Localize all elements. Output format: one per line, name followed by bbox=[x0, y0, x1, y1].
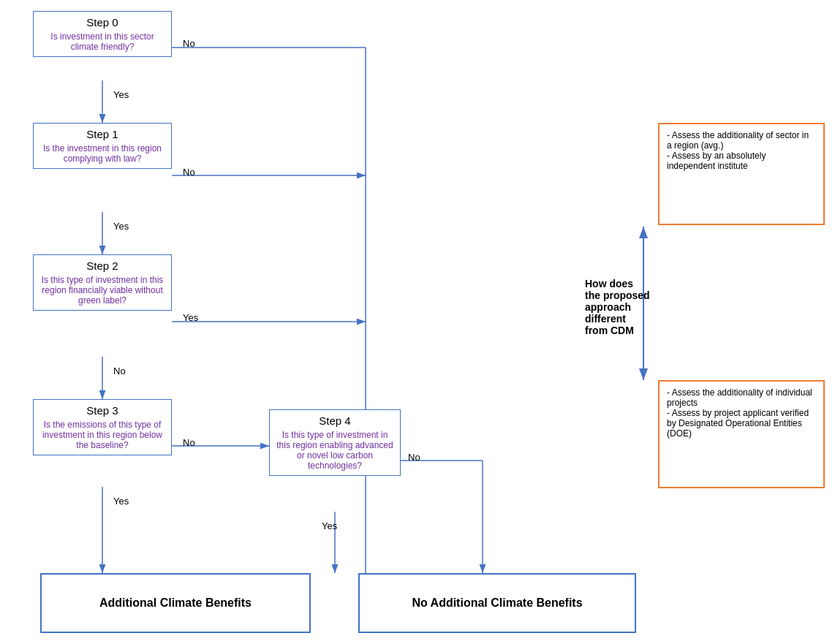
result-no-box: No Additional Climate Benefits bbox=[358, 573, 636, 633]
step3-box: Step 3 Is the emissions of this type of … bbox=[33, 399, 172, 455]
flowchart: Step 0 Is investment in this sector clim… bbox=[0, 0, 835, 644]
step2-title: Step 2 bbox=[39, 260, 165, 272]
orange-top-text: - Assess the additionality of sector in … bbox=[667, 130, 816, 171]
orange-bottom-box: - Assess the additionality of individual… bbox=[658, 380, 825, 488]
cdm-label: How does the proposed approach different… bbox=[585, 278, 651, 336]
step4-question: Is this type of investment in this regio… bbox=[276, 430, 394, 471]
step3-no-label: No bbox=[183, 437, 195, 448]
step3-question: Is the emissions of this type of investm… bbox=[39, 420, 165, 450]
step0-no-label: No bbox=[183, 38, 195, 49]
step2-box: Step 2 Is this type of investment in thi… bbox=[33, 254, 172, 311]
step0-title: Step 0 bbox=[39, 16, 165, 29]
step0-box: Step 0 Is investment in this sector clim… bbox=[33, 11, 172, 57]
step2-question: Is this type of investment in this regio… bbox=[39, 275, 165, 306]
step2-no-label: No bbox=[113, 365, 126, 376]
step1-yes-label: Yes bbox=[113, 221, 129, 232]
result-yes-box: Additional Climate Benefits bbox=[40, 573, 311, 633]
step1-title: Step 1 bbox=[39, 128, 165, 140]
step4-no-label: No bbox=[408, 452, 420, 463]
cdm-text: How does the proposed approach different… bbox=[585, 278, 651, 336]
step0-question: Is investment in this sector climate fri… bbox=[39, 31, 165, 52]
step0-yes-label: Yes bbox=[113, 89, 129, 100]
result-yes-text: Additional Climate Benefits bbox=[99, 596, 252, 610]
step1-no-label: No bbox=[183, 167, 195, 178]
step4-box: Step 4 Is this type of investment in thi… bbox=[269, 409, 401, 476]
step3-title: Step 3 bbox=[39, 404, 165, 417]
step2-yes-label: Yes bbox=[183, 312, 198, 323]
orange-top-box: - Assess the additionality of sector in … bbox=[658, 123, 825, 225]
step3-yes-label: Yes bbox=[113, 496, 129, 507]
step1-question: Is the investment in this region complyi… bbox=[39, 143, 165, 164]
result-no-text: No Additional Climate Benefits bbox=[412, 596, 582, 610]
orange-bottom-text: - Assess the additionality of individual… bbox=[667, 387, 816, 439]
step1-box: Step 1 Is the investment in this region … bbox=[33, 123, 172, 169]
step4-yes-label: Yes bbox=[322, 520, 337, 531]
step4-title: Step 4 bbox=[276, 414, 394, 427]
